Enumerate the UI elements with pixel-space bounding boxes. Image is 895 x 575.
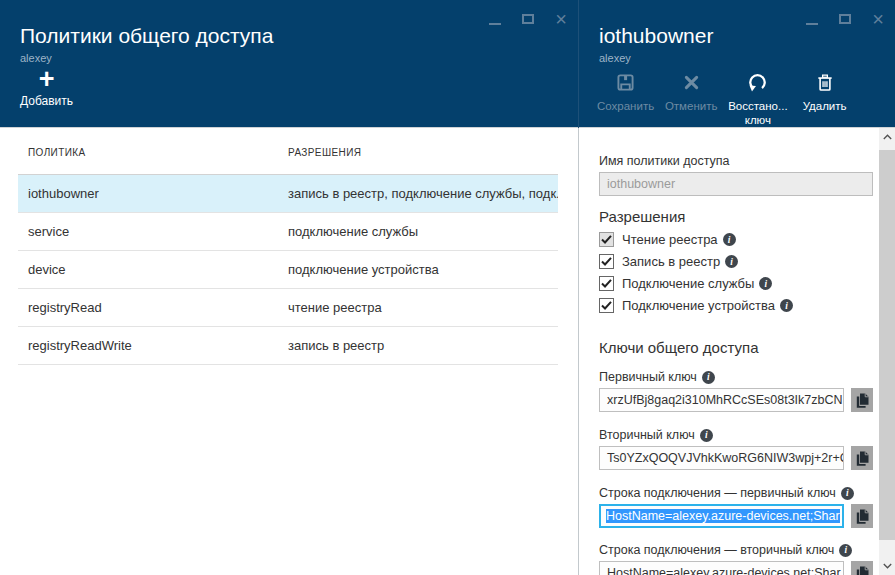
connection-string-primary-label: Строка подключения — первичный ключ i [599,486,873,500]
copy-icon [856,509,869,524]
policy-form: Имя политики доступа iothubowner Разреше… [579,129,879,575]
policy-name: registryReadWrite [18,338,288,353]
policies-table: ПОЛИТИКА РАЗРЕШЕНИЯ iothubowner запись в… [18,147,558,365]
copy-connection-string-primary-button[interactable] [851,504,873,528]
discard-label: Отменить [665,100,718,112]
discard-x-icon [663,72,719,93]
permission-device-connect: Подключение устройства i [599,298,873,313]
regenerate-label-line2: ключ [728,114,787,127]
save-label: Сохранить [597,100,654,112]
checkbox-service-connect[interactable] [599,276,614,291]
add-button-label: Добавить [20,94,73,108]
info-icon[interactable]: i [841,487,854,500]
scroll-up-icon[interactable] [879,128,895,146]
close-icon[interactable]: × [870,9,886,29]
connection-string-primary-field[interactable]: HostName=alexey.azure-devices.net;Shar [599,504,844,528]
delete-label: Удалить [803,100,847,112]
copy-secondary-key-button[interactable] [851,446,873,470]
info-icon[interactable]: i [702,371,715,384]
delete-button[interactable]: Удалить [797,72,853,114]
policy-name-label: Имя политики доступа [599,154,873,168]
info-icon[interactable]: i [780,299,793,312]
policy-permissions: чтение реестра [288,300,558,315]
connection-string-secondary-label-text: Строка подключения — вторичный ключ [599,543,834,557]
copy-icon [856,451,869,466]
regenerate-keys-button[interactable]: Восстано... ключ [728,72,787,127]
info-icon[interactable]: i [700,429,713,442]
copy-connection-string-secondary-button[interactable] [851,561,873,575]
primary-key-label: Первичный ключ i [599,370,873,384]
column-header-policy: ПОЛИТИКА [18,147,288,174]
checkbox-registry-write[interactable] [599,254,614,269]
close-icon[interactable]: × [553,9,569,29]
secondary-key-label-text: Вторичный ключ [599,428,695,442]
connection-string-secondary-field[interactable]: HostName=alexey.azure-devices.net;Shar [599,561,844,575]
right-blade-header: iothubowner alexey × Сохранить [579,0,895,128]
permission-registry-write: Запись в реестр i [599,254,873,269]
permission-label: Запись в реестр [622,254,720,269]
trash-icon [797,72,853,93]
shared-keys-heading: Ключи общего доступа [599,339,873,356]
table-row-iothubowner[interactable]: iothubowner запись в реестр, подключение… [18,175,558,213]
table-row-registryreadwrite[interactable]: registryReadWrite запись в реестр [18,327,558,365]
table-row-registryread[interactable]: registryRead чтение реестра [18,289,558,327]
permission-service-connect: Подключение службы i [599,276,873,291]
vertical-scrollbar[interactable] [879,128,895,575]
checkbox-device-connect[interactable] [599,298,614,313]
save-icon [597,72,654,93]
copy-icon [856,566,869,575]
permission-label: Подключение устройства [622,298,775,313]
table-row-device[interactable]: device подключение устройства [18,251,558,289]
policy-name: registryRead [18,300,288,315]
copy-icon [856,393,869,408]
connection-string-primary-label-text: Строка подключения — первичный ключ [599,486,836,500]
right-window-controls: × [804,9,886,29]
info-icon[interactable]: i [725,255,738,268]
regenerate-icon [728,72,787,93]
detail-toolbar: Сохранить Отменить Восстано... ключ [597,72,862,127]
policy-permissions: запись в реестр [288,338,558,353]
scrollbar-thumb[interactable] [879,150,895,540]
maximize-icon[interactable] [837,9,853,29]
discard-button[interactable]: Отменить [663,72,719,114]
permission-registry-read: Чтение реестра i [599,232,873,247]
selected-text: HostName=alexey.azure-devices.net;Shar [606,509,840,523]
primary-key-field[interactable]: xrzUfBj8gaq2i310MhRCcSEs08t3Ik7zbCNI4 [599,388,844,412]
info-icon[interactable]: i [839,544,852,557]
minimize-icon[interactable] [804,9,820,29]
plus-icon: + [20,66,73,92]
table-row-service[interactable]: service подключение службы [18,213,558,251]
scroll-down-icon[interactable] [879,557,895,575]
primary-key-label-text: Первичный ключ [599,370,697,384]
policy-name-field[interactable]: iothubowner [599,172,873,196]
page-subtitle: alexey [20,52,52,64]
blade-divider-header [578,0,579,128]
policy-subtitle: alexey [599,52,631,64]
save-button[interactable]: Сохранить [597,72,654,114]
regenerate-label-line1: Восстано... [728,100,787,112]
left-blade-header: Политики общего доступа alexey × + Добав… [0,0,578,128]
info-icon[interactable]: i [723,233,736,246]
maximize-icon[interactable] [520,9,536,29]
policy-permissions: подключение устройства [288,262,558,277]
info-icon[interactable]: i [759,277,772,290]
secondary-key-label: Вторичный ключ i [599,428,873,442]
checkbox-registry-read[interactable] [599,232,614,247]
add-button[interactable]: + Добавить [20,66,73,108]
policy-permissions: запись в реестр, подключение службы, под… [288,186,558,201]
policy-name: device [18,262,288,277]
permissions-heading: Разрешения [599,208,873,225]
copy-primary-key-button[interactable] [851,388,873,412]
policy-permissions: подключение службы [288,224,558,239]
blade-shared-access-policies: Политики общего доступа alexey × + Добав… [0,0,578,575]
blade-policy-detail: iothubowner alexey × Сохранить [579,0,895,575]
permission-label: Чтение реестра [622,232,718,247]
minimize-icon[interactable] [487,9,503,29]
column-header-permissions: РАЗРЕШЕНИЯ [288,147,558,174]
policy-name: iothubowner [18,186,288,201]
left-window-controls: × [487,9,569,29]
page-title: Политики общего доступа [20,24,273,48]
secondary-key-field[interactable]: Ts0YZxQOQVJVhkKwoRG6NIW3wpj+2r+C [599,446,844,470]
connection-string-secondary-label: Строка подключения — вторичный ключ i [599,543,873,557]
policy-title: iothubowner [599,24,713,48]
